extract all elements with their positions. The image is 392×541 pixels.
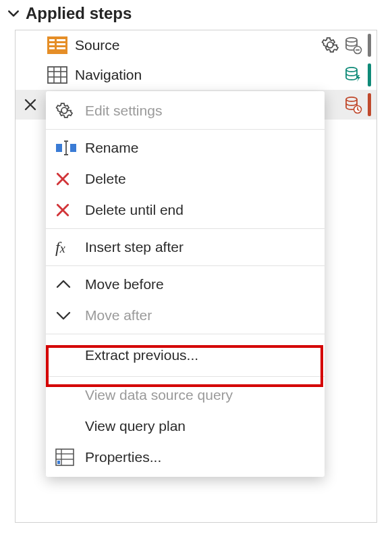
menu-divider: [46, 129, 325, 130]
source-icon: [47, 34, 68, 56]
menu-extract-previous[interactable]: Extract previous...: [46, 337, 325, 373]
menu-label: Insert step after: [85, 239, 184, 255]
svg-rect-1: [49, 39, 55, 41]
svg-rect-21: [70, 144, 76, 152]
blank-icon: [55, 345, 81, 365]
menu-label: Move after: [85, 307, 152, 324]
menu-delete-until-end[interactable]: Delete until end: [46, 195, 325, 226]
blank-icon: [55, 416, 81, 436]
menu-insert-step-after[interactable]: fx Insert step after: [46, 232, 325, 263]
svg-point-7: [346, 38, 357, 42]
gear-icon: [55, 101, 81, 121]
applied-steps-header[interactable]: Applied steps: [0, 0, 392, 30]
menu-label: Delete until end: [85, 202, 184, 218]
svg-rect-4: [57, 39, 65, 41]
database-bolt-icon: [343, 66, 362, 84]
menu-label: Extract previous...: [85, 347, 198, 363]
menu-move-before[interactable]: Move before: [46, 269, 325, 300]
step-label: Source: [75, 37, 320, 53]
properties-icon: [55, 447, 81, 467]
menu-view-data-source-query: View data source query: [46, 380, 325, 411]
svg-rect-2: [49, 43, 55, 45]
database-clock-icon: [343, 95, 362, 114]
chevron-up-icon: [55, 274, 81, 294]
menu-delete[interactable]: Delete: [46, 163, 325, 195]
svg-rect-5: [57, 43, 65, 45]
fx-icon: fx: [55, 237, 81, 257]
x-red-icon: [55, 200, 81, 220]
menu-properties[interactable]: Properties...: [46, 442, 325, 473]
step-source[interactable]: Source: [16, 30, 376, 60]
menu-divider: [46, 376, 325, 377]
menu-move-after: Move after: [46, 300, 325, 331]
applied-steps-list: Source: [15, 30, 377, 523]
step-label: Navigation: [75, 67, 343, 83]
status-indicator: [368, 93, 371, 116]
chevron-down-icon: [55, 305, 81, 326]
svg-rect-3: [49, 47, 55, 49]
gear-icon[interactable]: [320, 36, 339, 55]
menu-label: Rename: [85, 140, 138, 156]
menu-label: Delete: [85, 171, 126, 187]
svg-rect-6: [57, 47, 65, 49]
menu-divider: [46, 334, 325, 334]
step-context-menu: Edit settings Rename Delete Dele: [46, 91, 325, 477]
rename-icon: [55, 138, 81, 158]
menu-label: Edit settings: [85, 103, 162, 119]
menu-rename[interactable]: Rename: [46, 132, 325, 163]
status-indicator: [368, 63, 371, 86]
svg-point-18: [346, 97, 357, 101]
menu-label: Move before: [85, 276, 164, 292]
menu-label: View data source query: [85, 387, 233, 403]
menu-edit-settings: Edit settings: [46, 95, 325, 126]
menu-label: Properties...: [85, 449, 161, 465]
svg-point-15: [346, 68, 357, 72]
table-icon: [47, 64, 68, 86]
blank-icon: [55, 385, 81, 405]
svg-rect-26: [57, 461, 60, 464]
menu-label: View query plan: [85, 418, 186, 434]
status-indicator: [368, 34, 371, 57]
step-navigation[interactable]: Navigation: [16, 60, 376, 90]
menu-view-query-plan[interactable]: View query plan: [46, 411, 325, 442]
svg-rect-10: [48, 67, 67, 83]
database-minus-icon: [343, 36, 362, 55]
menu-divider: [46, 265, 325, 266]
delete-step-icon[interactable]: [21, 95, 40, 114]
svg-rect-20: [56, 144, 62, 152]
x-red-icon: [55, 169, 81, 189]
menu-divider: [46, 228, 325, 229]
applied-steps-title: Applied steps: [26, 4, 132, 23]
collapse-icon: [7, 7, 20, 20]
